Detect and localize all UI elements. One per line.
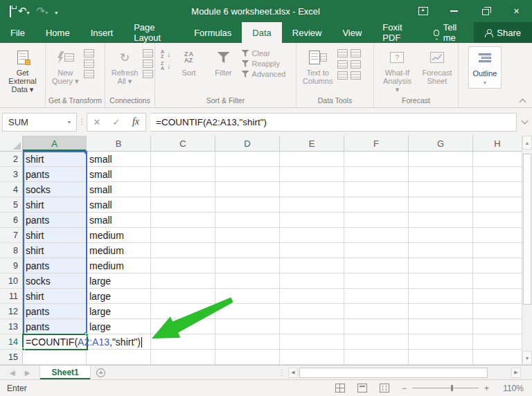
sort-descending-button[interactable]: ZA↓: [161, 61, 171, 71]
edit-links-icon[interactable]: [143, 70, 153, 78]
collapse-ribbon-icon[interactable]: [520, 98, 525, 103]
cell[interactable]: [344, 243, 409, 258]
vertical-scrollbar[interactable]: ▲ ▼: [522, 136, 532, 365]
zoom-slider-thumb[interactable]: [451, 385, 453, 391]
tab-foxit-pdf[interactable]: Foxit PDF: [372, 22, 424, 43]
name-box[interactable]: SUM ▾: [2, 113, 77, 132]
column-header-a[interactable]: A: [23, 136, 87, 152]
cell-b13[interactable]: large: [87, 319, 151, 334]
cell[interactable]: [409, 350, 473, 365]
cell[interactable]: [280, 334, 344, 350]
zoom-level[interactable]: 110%: [502, 384, 524, 393]
cell-b11[interactable]: large: [87, 289, 151, 304]
tab-page-layout[interactable]: Page Layout: [123, 22, 184, 43]
cell[interactable]: [280, 152, 344, 167]
cell-a14-formula[interactable]: =COUNTIF(A2:A13,"shirt"): [26, 335, 142, 349]
row-header-13[interactable]: 13: [0, 319, 23, 334]
cell-a10[interactable]: socks: [23, 273, 87, 289]
cell-b6[interactable]: small: [87, 213, 151, 228]
cell[interactable]: [344, 152, 409, 167]
get-external-data-button[interactable]: Get External Data ▾: [3, 46, 42, 96]
cell[interactable]: [215, 167, 280, 182]
tab-view[interactable]: View: [332, 22, 372, 43]
show-queries-icon[interactable]: [84, 49, 94, 57]
cell[interactable]: [151, 152, 215, 167]
cell-b4[interactable]: small: [87, 182, 151, 197]
cell-a9[interactable]: pants: [23, 258, 87, 273]
cell[interactable]: [473, 167, 522, 182]
row-header-14[interactable]: 14: [0, 334, 23, 350]
text-to-columns-button[interactable]: Text to Columns: [299, 46, 336, 87]
sheet-nav-left-icon[interactable]: ◀: [10, 369, 15, 377]
row-header-15[interactable]: 15: [0, 350, 23, 365]
cell[interactable]: [473, 350, 522, 365]
expand-formula-bar-icon[interactable]: [517, 117, 532, 127]
relationships-icon[interactable]: [337, 71, 348, 80]
close-button[interactable]: ×: [501, 0, 532, 22]
cell[interactable]: [280, 289, 344, 304]
column-header-h[interactable]: H: [473, 136, 522, 152]
cell[interactable]: [151, 243, 215, 258]
column-header-f[interactable]: F: [344, 136, 409, 152]
sheet-nav-right-icon[interactable]: ▶: [25, 369, 30, 377]
row-header-12[interactable]: 12: [0, 304, 23, 319]
select-all-corner[interactable]: [0, 136, 23, 152]
cell-a7[interactable]: shirt: [23, 228, 87, 243]
cell-a11[interactable]: shirt: [23, 289, 87, 304]
cell[interactable]: [280, 167, 344, 182]
cell[interactable]: [409, 197, 473, 213]
cell[interactable]: [409, 213, 473, 228]
cell-a3[interactable]: pants: [23, 167, 87, 182]
row-header-7[interactable]: 7: [0, 228, 23, 243]
scroll-down-icon[interactable]: ▼: [522, 351, 532, 365]
cell-b8[interactable]: medium: [87, 243, 151, 258]
page-layout-view-icon[interactable]: [357, 384, 367, 393]
cell[interactable]: [280, 243, 344, 258]
what-if-analysis-button[interactable]: ? What-If Analysis ▾: [377, 46, 418, 96]
scroll-right-icon[interactable]: ▶: [511, 368, 521, 378]
cell[interactable]: [280, 213, 344, 228]
cell[interactable]: [473, 334, 522, 350]
cell-a6[interactable]: pants: [23, 213, 87, 228]
row-header-11[interactable]: 11: [0, 289, 23, 304]
column-header-e[interactable]: E: [280, 136, 344, 152]
scroll-up-icon[interactable]: ▲: [522, 136, 532, 150]
cell[interactable]: [473, 243, 522, 258]
cell[interactable]: [215, 182, 280, 197]
vertical-scrollbar-thumb[interactable]: [523, 154, 531, 305]
column-header-b[interactable]: B: [87, 136, 151, 152]
cell[interactable]: [409, 258, 473, 273]
cell[interactable]: [215, 273, 280, 289]
cell-a8[interactable]: shirt: [23, 243, 87, 258]
cell[interactable]: [409, 319, 473, 334]
name-box-dropdown-icon[interactable]: ▾: [68, 119, 71, 125]
cell[interactable]: [409, 228, 473, 243]
tab-review[interactable]: Review: [282, 22, 332, 43]
cell[interactable]: [409, 167, 473, 182]
connections-icon[interactable]: [143, 49, 153, 57]
column-header-d[interactable]: D: [215, 136, 280, 152]
cell[interactable]: [151, 213, 215, 228]
cell[interactable]: [473, 304, 522, 319]
cell[interactable]: [473, 273, 522, 289]
row-header-4[interactable]: 4: [0, 182, 23, 197]
new-sheet-button[interactable]: +: [91, 366, 112, 379]
cell-a15[interactable]: [23, 350, 87, 365]
cell-a13[interactable]: pants: [23, 319, 87, 334]
tab-file[interactable]: File: [0, 22, 35, 43]
reapply-button[interactable]: Reapply: [242, 60, 286, 68]
manage-data-model-icon[interactable]: [351, 71, 361, 80]
row-header-9[interactable]: 9: [0, 258, 23, 273]
cell-b3[interactable]: small: [87, 167, 151, 182]
cell[interactable]: [151, 273, 215, 289]
cell[interactable]: [409, 152, 473, 167]
cell[interactable]: [280, 273, 344, 289]
cell[interactable]: [344, 334, 409, 350]
recent-sources-icon[interactable]: [84, 70, 94, 78]
cell[interactable]: [344, 258, 409, 273]
tab-bar-splitter[interactable]: ⋮: [278, 366, 288, 379]
cell[interactable]: [280, 258, 344, 273]
tab-home[interactable]: Home: [35, 22, 80, 43]
cell[interactable]: [344, 350, 409, 365]
remove-duplicates-icon[interactable]: [351, 49, 361, 57]
